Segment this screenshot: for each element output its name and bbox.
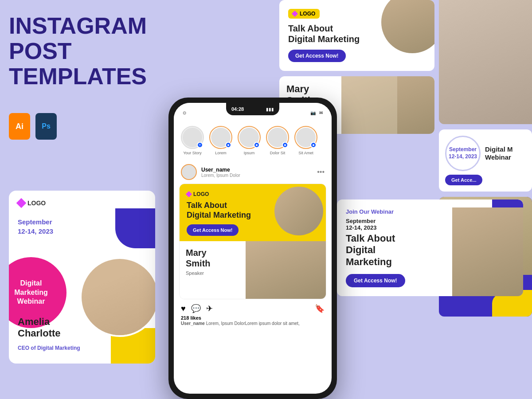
bottom-center-card: Join Our Webinar September12-14, 2023 Ta…: [337, 200, 523, 296]
card-date: September12-14, 2023: [18, 217, 53, 236]
photo-overlay: [341, 76, 397, 134]
software-icons: Ai Ps: [9, 113, 57, 140]
caption-text: Lorem, Ipsum DolorLorem ipsum dolor sit …: [206, 321, 300, 326]
story-add-dot: +: [197, 142, 203, 148]
person-name: AmeliaCharlotte: [18, 316, 61, 339]
top-card-logo-diamond: [292, 11, 298, 17]
top-card-logo-text: LOGO: [300, 11, 315, 17]
phone-bottom-right: [246, 241, 326, 299]
story-amet: ● Sit Amet: [294, 126, 317, 155]
phone-screen: ⊙ 📷 ✉ + Your Story: [174, 103, 332, 394]
right-mid-button[interactable]: Get Acce...: [445, 175, 482, 185]
speaker-name: MarySmith: [186, 247, 239, 269]
story-circle-2[interactable]: ●: [209, 126, 232, 149]
phone-card-bottom: MarySmith Speaker: [180, 241, 326, 299]
phone-body: 04:28 ▮▮▮ ⊙ 📷 ✉ + Your Story: [168, 98, 337, 399]
phone-battery: ▮▮▮: [266, 107, 274, 112]
story-dolor: ● Dolor Sit: [266, 126, 289, 155]
right-mid-date: September12-14, 2023: [449, 146, 477, 160]
phone-logo-diamond: [186, 191, 192, 197]
phone-actions: ♥ 💬 ✈ 🔖: [174, 299, 332, 315]
story-dot-4: ●: [282, 142, 288, 148]
post-avatar: [181, 164, 197, 180]
story-label-1: Your Story: [183, 151, 202, 155]
person-photo: [80, 257, 155, 337]
story-circle-5[interactable]: ●: [294, 126, 317, 149]
comment-icon[interactable]: 💬: [191, 304, 201, 313]
logo-diamond-icon: [16, 198, 27, 208]
phone-post-card: LOGO Talk AboutDigital Marketing Get Acc…: [179, 184, 326, 299]
photoshop-icon: Ps: [35, 113, 57, 140]
left-section: INSTAGRAM POST TEMPLATES Ai Ps LOGO Sept…: [0, 0, 168, 399]
right-mid-circle: September12-14, 2023: [445, 136, 481, 171]
story-ipsum: ● Ipsum: [238, 126, 261, 155]
bc-main-card: Join Our Webinar September12-14, 2023 Ta…: [337, 200, 523, 296]
story-circle-3[interactable]: ●: [238, 126, 261, 149]
story-your: + Your Story: [181, 126, 204, 155]
illustrator-icon: Ai: [9, 113, 30, 140]
phone-caption: User_name Lorem, Ipsum DolorLorem ipsum …: [174, 321, 332, 330]
phone-likes: 218 likes: [174, 315, 332, 321]
phone-mockup: 04:28 ▮▮▮ ⊙ 📷 ✉ + Your Story: [168, 98, 337, 399]
card-purple-decoration: [115, 208, 155, 248]
card-logo: LOGO: [18, 200, 46, 207]
action-icons: ♥ 💬 ✈: [181, 304, 213, 313]
speaker-photo: [246, 241, 326, 299]
phone-notch: 04:28 ▮▮▮: [226, 103, 279, 115]
top-card-1: LOGO Talk AboutDigital Marketing Get Acc…: [279, 0, 434, 71]
phone-cta-button[interactable]: Get Access Now!: [187, 224, 239, 236]
bc-button[interactable]: Get Access Now!: [346, 274, 405, 287]
phone-bottom-left: MarySmith Speaker: [180, 241, 246, 299]
phone-card-right: [266, 191, 319, 236]
bottom-left-card: LOGO September12-14, 2023 DigitalMarketi…: [9, 191, 155, 364]
bookmark-icon[interactable]: 🔖: [315, 304, 325, 313]
phone-card-top: LOGO Talk AboutDigital Marketing Get Acc…: [180, 184, 326, 241]
story-label-3: Ipsum: [244, 151, 255, 155]
speaker-role: Speaker: [186, 270, 239, 276]
story-lorem: ● Lorem: [209, 126, 232, 155]
more-options-icon[interactable]: •••: [317, 168, 325, 176]
post-subtitle: Lorem, Ipsum Dolor: [201, 173, 240, 178]
phone-right-icons: 📷 ✉: [310, 110, 323, 115]
post-header: User_name Lorem, Ipsum Dolor •••: [174, 160, 332, 184]
phone-stories: + Your Story ● Lorem ● Ipsum: [174, 122, 332, 160]
right-mid-text: Digital MWebinar: [485, 145, 513, 161]
story-label-4: Dolor Sit: [270, 151, 286, 155]
right-mid-content: September12-14, 2023 Digital MWebinar: [445, 136, 526, 171]
story-dot-5: ●: [310, 142, 317, 148]
right-top-photo: [439, 0, 532, 124]
person-role: CEO of Digital Marketing: [18, 345, 80, 351]
story-dot-3: ●: [254, 142, 260, 148]
top-card-2-photo: [341, 76, 434, 134]
post-username: User_name: [201, 167, 240, 173]
person-image: [82, 259, 155, 335]
story-label-2: Lorem: [215, 151, 227, 155]
top-card-1-logo: LOGO: [288, 9, 320, 19]
story-circle-4[interactable]: ●: [266, 126, 289, 149]
heart-icon[interactable]: ♥: [181, 304, 186, 313]
bc-photo: [452, 207, 523, 296]
phone-card-left: LOGO Talk AboutDigital Marketing Get Acc…: [187, 191, 260, 236]
phone-card-title: Talk AboutDigital Marketing: [187, 201, 260, 220]
main-title: INSTAGRAM POST TEMPLATES: [9, 13, 168, 90]
caption-username: User_name: [181, 321, 205, 326]
right-mid-date-box: September12-14, 2023: [449, 146, 477, 160]
card-pink-text: DigitalMarketingWebinar: [10, 274, 52, 311]
share-icon[interactable]: ✈: [206, 304, 213, 313]
phone-card-photo-top: [274, 187, 323, 235]
story-label-5: Sit Amet: [298, 151, 313, 155]
send-icon: ✉: [319, 110, 323, 115]
phone-card-logo: LOGO: [187, 191, 260, 197]
story-dot-2: ●: [225, 142, 231, 148]
top-card-1-photo: [381, 0, 434, 53]
camera-icon: ⊙: [183, 110, 186, 115]
right-mid-card: September12-14, 2023 Digital MWebinar Ge…: [439, 129, 532, 192]
post-user-info: User_name Lorem, Ipsum Dolor: [201, 167, 240, 178]
right-top-photo-img: [439, 0, 532, 124]
right-mid-title: Digital MWebinar: [485, 145, 513, 161]
photo-icon: 📷: [310, 110, 316, 115]
phone-time: 04:28: [231, 106, 244, 112]
top-card-1-button[interactable]: Get Access Now!: [288, 50, 346, 62]
story-circle-1[interactable]: +: [181, 126, 204, 149]
